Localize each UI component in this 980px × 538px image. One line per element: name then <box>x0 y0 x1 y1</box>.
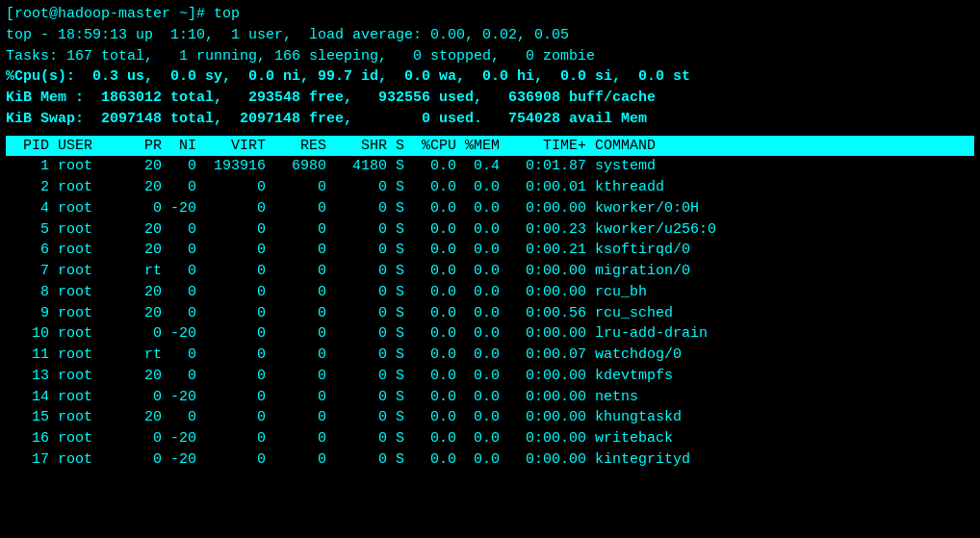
table-row: 16 root 0 -20 0 0 0 S 0.0 0.0 0:00.00 wr… <box>6 428 974 449</box>
table-row: 10 root 0 -20 0 0 0 S 0.0 0.0 0:00.00 lr… <box>6 323 974 345</box>
top-line5: KiB Swap: 2097148 total, 2097148 free, 0… <box>6 109 974 130</box>
table-row: 2 root 20 0 0 0 0 S 0.0 0.0 0:00.01 kthr… <box>6 177 974 198</box>
prompt-line: [root@hadoop-master ~]# top <box>6 4 974 25</box>
top-line2: Tasks: 167 total, 1 running, 166 sleepin… <box>6 46 974 67</box>
table-row: 17 root 0 -20 0 0 0 S 0.0 0.0 0:00.00 ki… <box>6 449 974 471</box>
table-body: 1 root 20 0 193916 6980 4180 S 0.0 0.4 0… <box>6 156 974 470</box>
table-row: 5 root 20 0 0 0 0 S 0.0 0.0 0:00.23 kwor… <box>6 219 974 241</box>
table-row: 4 root 0 -20 0 0 0 S 0.0 0.0 0:00.00 kwo… <box>6 198 974 219</box>
top-line3: %Cpu(s): 0.3 us, 0.0 sy, 0.0 ni, 99.7 id… <box>6 66 974 88</box>
table-row: 8 root 20 0 0 0 0 S 0.0 0.0 0:00.00 rcu_… <box>6 282 974 303</box>
table-row: 14 root 0 -20 0 0 0 S 0.0 0.0 0:00.00 ne… <box>6 387 974 408</box>
table-row: 7 root rt 0 0 0 0 S 0.0 0.0 0:00.00 migr… <box>6 261 974 282</box>
table-row: 15 root 20 0 0 0 0 S 0.0 0.0 0:00.00 khu… <box>6 407 974 428</box>
top-line4: KiB Mem : 1863012 total, 293548 free, 93… <box>6 88 974 109</box>
table-row: 13 root 20 0 0 0 0 S 0.0 0.0 0:00.00 kde… <box>6 366 974 387</box>
table-row: 6 root 20 0 0 0 0 S 0.0 0.0 0:00.21 ksof… <box>6 240 974 261</box>
top-line1: top - 18:59:13 up 1:10, 1 user, load ave… <box>6 25 974 46</box>
table-row: 9 root 20 0 0 0 0 S 0.0 0.0 0:00.56 rcu_… <box>6 303 974 324</box>
terminal: [root@hadoop-master ~]# top top - 18:59:… <box>0 0 980 538</box>
table-row: 1 root 20 0 193916 6980 4180 S 0.0 0.4 0… <box>6 156 974 177</box>
table-header: PID USER PR NI VIRT RES SHR S %CPU %MEM … <box>6 136 974 157</box>
table-row: 11 root rt 0 0 0 0 S 0.0 0.0 0:00.07 wat… <box>6 345 974 366</box>
